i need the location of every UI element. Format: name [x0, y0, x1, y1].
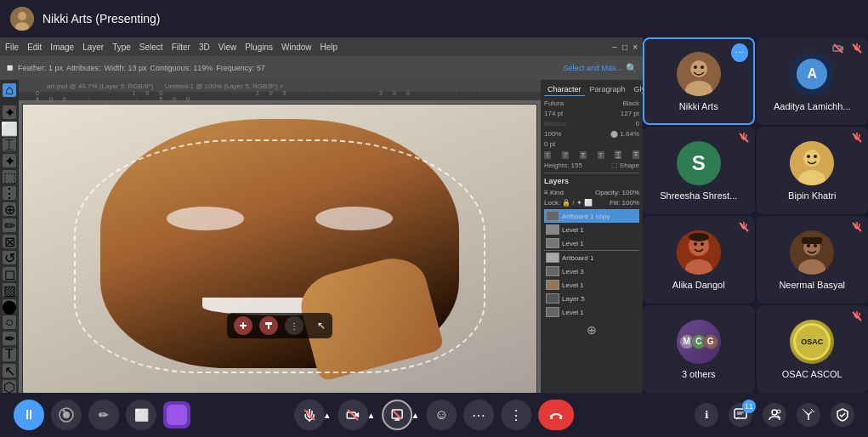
ps-layer-level-1b[interactable]: Level 1 — [544, 278, 639, 292]
ps-pen-tool[interactable]: ✒ — [3, 332, 16, 345]
osac-name: OSAC ASCOL — [779, 369, 846, 379]
end-call-btn[interactable] — [538, 400, 574, 430]
ps-zoom-canvas-btn[interactable]: ⊕ — [544, 322, 639, 338]
ps-menu-plugins[interactable]: Plugins — [245, 43, 273, 52]
ps-menu-select[interactable]: Select — [139, 43, 163, 52]
info-btn[interactable]: ℹ — [695, 403, 718, 427]
ps-type-tool[interactable]: T — [3, 348, 16, 361]
ps-feather-label: Feather: 1 px — [18, 64, 63, 72]
ps-move-tool[interactable]: ✦ — [3, 105, 16, 119]
ps-kind-filter: ≡ Kind Opacity: 100% — [544, 189, 639, 196]
ps-layer-level-1c[interactable]: Level 1 — [544, 305, 639, 319]
participant-tile-osac[interactable]: OSAC OSAC ASCOL — [757, 305, 869, 393]
ps-home-tool[interactable]: ⌂ — [3, 83, 16, 97]
reactions-right-btn[interactable] — [797, 403, 820, 427]
ps-dodge-tool[interactable]: ○ — [3, 315, 16, 329]
ps-float-btn-1[interactable] — [234, 316, 252, 335]
osac-avatar: OSAC — [790, 320, 834, 364]
ps-search-icon[interactable]: 🔍 — [626, 63, 638, 74]
ps-eraser-tool[interactable]: ◻ — [3, 267, 16, 281]
participants-right-btn[interactable] — [763, 403, 786, 427]
share-stop-btn[interactable] — [382, 400, 412, 430]
ps-menu-edit[interactable]: Edit — [27, 43, 42, 52]
security-btn[interactable] — [831, 403, 854, 427]
virtual-bg-btn[interactable] — [163, 401, 190, 428]
participant-tile-nikki[interactable]: Nikki Arts ⋯ — [643, 37, 755, 125]
audio-mute-btn[interactable] — [294, 400, 325, 430]
ps-layer-5[interactable]: Layer 5 — [544, 292, 639, 305]
others-name: 3 others — [678, 369, 719, 379]
aaditya-video-off — [832, 43, 844, 58]
ps-character-tab[interactable]: Character — [544, 83, 585, 96]
more-btn[interactable]: ⋯ — [463, 400, 494, 430]
presenter-name: Nikki Arts (Presenting) — [43, 12, 160, 26]
ps-stamp-tool[interactable]: ⊠ — [3, 235, 16, 248]
nikki-more-btn[interactable]: ⋯ — [731, 44, 748, 61]
ps-attributes-label: Attributes: — [66, 64, 101, 72]
ps-menu-file[interactable]: File — [5, 43, 19, 52]
ps-canvas[interactable]: ⋮ ↖ — [22, 104, 537, 393]
annotate-btn[interactable]: ✏ — [88, 400, 119, 430]
ps-brush-tool[interactable]: ✏ — [3, 218, 16, 232]
ps-float-more-btn[interactable]: ⋮ — [285, 316, 304, 335]
participant-tile-neermal[interactable]: Neermal Basyal — [757, 216, 869, 304]
ps-spot-heal[interactable]: ⊕ — [3, 202, 16, 216]
ps-menubar: File Edit Image Layer Type Select Filter… — [0, 37, 643, 56]
camera-effects-btn[interactable] — [51, 400, 82, 430]
chat-btn[interactable]: 11 — [729, 403, 752, 427]
svg-rect-32 — [802, 237, 822, 244]
ps-select-and-mask-btn[interactable]: Select and Mas... — [563, 64, 622, 72]
ps-menu-filter[interactable]: Filter — [172, 43, 190, 52]
ps-paragraph-tab[interactable]: Paragraph — [587, 83, 629, 96]
ps-body: ⌂ ✦ ⬜ ⌶ ✦ ⬚ ⋮ ⊕ ✏ ⊠ ↺ ◻ ▨ ⬤ ○ ✒ — [0, 80, 643, 393]
ps-select-tool[interactable]: ⬜ — [3, 122, 16, 135]
ps-layer-artboard-copy[interactable]: Artboard 1 copy — [544, 209, 639, 223]
participant-tile-bipin[interactable]: Bipin Khatri — [757, 127, 869, 214]
ps-menu-view[interactable]: View — [218, 43, 237, 52]
ps-shape-tool[interactable]: ⬡ — [3, 380, 16, 393]
ps-menu-type[interactable]: Type — [112, 43, 131, 52]
ps-menu-window[interactable]: Window — [281, 43, 312, 52]
ps-float-btn-2[interactable] — [259, 316, 278, 335]
toolbar-left: ⏸ ✏ ⬜ — [14, 400, 190, 430]
ps-gradient-tool[interactable]: ▨ — [3, 283, 16, 297]
participant-tile-alika[interactable]: Alika Dangol — [643, 216, 755, 304]
main-content: File Edit Image Layer Type Select Filter… — [0, 37, 868, 393]
ps-menu-layer[interactable]: Layer — [82, 43, 104, 52]
ps-crop-tool[interactable]: ⬚ — [3, 170, 16, 184]
ps-path-select[interactable]: ↖ — [3, 364, 16, 377]
ps-glyphs-tab[interactable]: Glyphs — [631, 83, 643, 96]
ps-history-brush[interactable]: ↺ — [3, 251, 16, 264]
ps-close-btn[interactable]: × — [633, 43, 638, 52]
ps-blur-tool[interactable]: ⬤ — [3, 299, 16, 313]
toolbar-center: ▲ ▲ ▲ ☺ ⋯ — [294, 400, 575, 430]
alika-name: Alika Dangol — [669, 280, 729, 290]
ps-maximize-btn[interactable]: □ — [622, 43, 627, 52]
participant-tile-aaditya[interactable]: A Aaditya Lamichh... — [757, 37, 869, 125]
aaditya-mute-icon — [851, 43, 863, 57]
ps-layer-1[interactable]: Level 1 — [544, 223, 639, 236]
ps-eyedropper[interactable]: ⋮ — [3, 186, 16, 200]
ps-lasso-tool[interactable]: ⌶ — [3, 138, 16, 151]
participant-tile-others[interactable]: M C G 3 others — [643, 305, 755, 393]
neermal-mute-icon — [851, 221, 863, 236]
pause-resume-btn[interactable]: ⏸ — [14, 400, 44, 430]
nikki-avatar — [677, 52, 721, 96]
video-stop-btn[interactable] — [338, 400, 369, 430]
reactions-btn[interactable]: ☺ — [426, 400, 457, 430]
ps-menu-image[interactable]: Image — [50, 43, 74, 52]
ps-menu-help[interactable]: Help — [321, 43, 338, 52]
ps-window-controls: − □ × — [612, 43, 638, 52]
whiteboard-btn[interactable]: ⬜ — [126, 400, 156, 430]
ps-magic-wand[interactable]: ✦ — [3, 154, 16, 167]
ps-menu-3d[interactable]: 3D — [199, 43, 210, 52]
ps-minimize-btn[interactable]: − — [612, 43, 617, 52]
participants-btn[interactable]: ⋮ — [501, 400, 531, 430]
ps-layer-artboard-1[interactable]: Artboard 1 — [544, 250, 639, 264]
bipin-avatar — [790, 141, 834, 185]
participant-tile-shreesha[interactable]: S Shreesha Shrest... — [643, 127, 755, 214]
audio-group: ▲ — [294, 400, 332, 430]
ps-layer-level-1a[interactable]: Level 1 — [544, 236, 639, 250]
ps-layer-level-3[interactable]: Level 3 — [544, 264, 639, 278]
ps-tool-icon: 🔲 — [5, 64, 14, 72]
